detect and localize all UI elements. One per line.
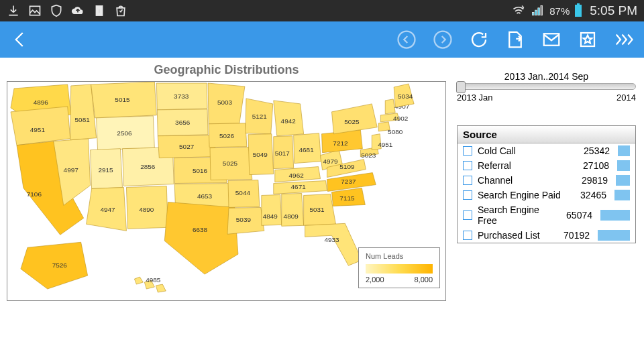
checkbox[interactable] bbox=[463, 210, 472, 220]
svg-text:5034: 5034 bbox=[398, 93, 413, 100]
svg-text:4979: 4979 bbox=[323, 158, 338, 165]
export-button[interactable] bbox=[503, 27, 527, 52]
nytimes-icon: T bbox=[93, 4, 106, 17]
slider-label: 2013 Jan..2014 Sep bbox=[457, 71, 636, 82]
page-title: Geographic Distributions bbox=[7, 63, 446, 77]
battery-percent: 87% bbox=[549, 5, 570, 17]
svg-text:4849: 4849 bbox=[263, 213, 278, 220]
svg-point-7 bbox=[398, 32, 415, 48]
signal-icon bbox=[531, 4, 544, 17]
checkbox[interactable] bbox=[463, 176, 472, 185]
source-name: Cold Call bbox=[478, 145, 572, 156]
source-value: 65074 bbox=[560, 210, 592, 221]
source-row[interactable]: Purchased List70192 bbox=[458, 228, 635, 243]
svg-rect-5 bbox=[538, 8, 540, 15]
svg-text:5026: 5026 bbox=[219, 132, 235, 139]
source-row[interactable]: Cold Call25342 bbox=[458, 143, 635, 158]
svg-text:4947: 4947 bbox=[100, 206, 115, 213]
mail-button[interactable] bbox=[539, 27, 564, 52]
checkbox[interactable] bbox=[463, 231, 472, 240]
svg-text:7106: 7106 bbox=[27, 190, 42, 198]
source-row[interactable]: Channel29819 bbox=[458, 173, 635, 188]
svg-text:4896: 4896 bbox=[34, 99, 49, 106]
svg-text:5003: 5003 bbox=[217, 99, 233, 106]
svg-text:5023: 5023 bbox=[361, 152, 376, 159]
clock-time: 5:05 PM bbox=[590, 3, 637, 18]
source-header: Source bbox=[458, 126, 635, 143]
svg-text:3733: 3733 bbox=[174, 93, 189, 100]
nav-prev-button[interactable] bbox=[394, 27, 419, 52]
source-bar bbox=[614, 190, 630, 200]
shopping-bag-icon bbox=[114, 4, 127, 17]
source-name: Search Engine Free bbox=[478, 204, 555, 226]
svg-point-8 bbox=[435, 32, 451, 48]
download-icon bbox=[7, 4, 20, 17]
source-value: 27108 bbox=[577, 160, 609, 171]
svg-text:4809: 4809 bbox=[284, 213, 299, 220]
svg-text:3656: 3656 bbox=[175, 119, 191, 126]
svg-text:4902: 4902 bbox=[393, 115, 409, 122]
svg-text:2915: 2915 bbox=[98, 166, 113, 174]
svg-text:5025: 5025 bbox=[223, 160, 238, 167]
app-toolbar bbox=[0, 21, 644, 58]
svg-text:5044: 5044 bbox=[235, 189, 251, 196]
source-row[interactable]: Search Engine Paid32465 bbox=[458, 188, 635, 202]
svg-text:5017: 5017 bbox=[275, 149, 290, 157]
svg-text:2506: 2506 bbox=[117, 129, 132, 137]
svg-text:4951: 4951 bbox=[30, 126, 46, 133]
refresh-button[interactable] bbox=[467, 27, 491, 52]
checkbox[interactable] bbox=[463, 190, 472, 200]
android-status-bar: T 87% 5:05 PM bbox=[0, 0, 644, 21]
svg-text:4985: 4985 bbox=[146, 276, 161, 284]
source-bar bbox=[598, 230, 630, 241]
checkbox[interactable] bbox=[463, 161, 472, 170]
svg-text:T: T bbox=[97, 7, 101, 14]
svg-text:7212: 7212 bbox=[333, 139, 348, 147]
map-container: 4896 4951 7106 4997 5081 5015 2506 2915 … bbox=[7, 81, 446, 301]
svg-text:7526: 7526 bbox=[52, 261, 68, 269]
source-row[interactable]: Search Engine Free65074 bbox=[458, 202, 635, 228]
back-button[interactable] bbox=[8, 27, 32, 52]
source-row[interactable]: Referral27108 bbox=[458, 158, 635, 173]
source-name: Purchased List bbox=[478, 230, 552, 241]
svg-text:5039: 5039 bbox=[236, 216, 252, 223]
svg-rect-4 bbox=[535, 10, 537, 15]
svg-text:4942: 4942 bbox=[281, 117, 297, 125]
svg-text:7115: 7115 bbox=[339, 194, 355, 202]
svg-text:4951: 4951 bbox=[378, 141, 393, 148]
svg-text:5109: 5109 bbox=[339, 163, 355, 170]
nav-next-button[interactable] bbox=[431, 27, 455, 52]
favorite-button[interactable] bbox=[576, 27, 600, 52]
svg-text:7237: 7237 bbox=[341, 178, 356, 185]
svg-text:4671: 4671 bbox=[291, 183, 307, 190]
svg-rect-3 bbox=[533, 13, 535, 15]
picture-icon bbox=[28, 4, 42, 17]
source-name: Channel bbox=[478, 175, 570, 186]
svg-text:4653: 4653 bbox=[197, 192, 213, 200]
svg-rect-6 bbox=[541, 6, 543, 15]
source-value: 29819 bbox=[576, 175, 608, 186]
source-bar bbox=[600, 210, 630, 221]
time-slider[interactable]: 2013 Jan..2014 Sep 2013 Jan2014 bbox=[457, 71, 636, 103]
more-button[interactable] bbox=[612, 27, 636, 52]
source-name: Search Engine Paid bbox=[478, 190, 569, 200]
checkbox[interactable] bbox=[463, 146, 472, 156]
battery-icon bbox=[575, 5, 582, 17]
svg-text:4890: 4890 bbox=[139, 206, 154, 213]
source-name: Referral bbox=[478, 160, 572, 171]
svg-text:5025: 5025 bbox=[344, 118, 360, 125]
slider-thumb[interactable] bbox=[456, 81, 466, 93]
cloud-upload-icon bbox=[71, 4, 85, 17]
svg-text:4681: 4681 bbox=[299, 146, 315, 154]
source-value: 25342 bbox=[578, 145, 610, 156]
svg-text:5121: 5121 bbox=[252, 113, 268, 120]
svg-text:5031: 5031 bbox=[309, 206, 325, 213]
wifi-icon bbox=[512, 4, 525, 17]
svg-text:5015: 5015 bbox=[115, 96, 130, 103]
slider-track[interactable] bbox=[457, 83, 636, 90]
svg-text:5081: 5081 bbox=[75, 116, 91, 123]
svg-text:4933: 4933 bbox=[324, 236, 339, 243]
svg-text:4997: 4997 bbox=[64, 166, 79, 174]
source-bar bbox=[617, 160, 630, 171]
source-bar bbox=[618, 145, 630, 156]
